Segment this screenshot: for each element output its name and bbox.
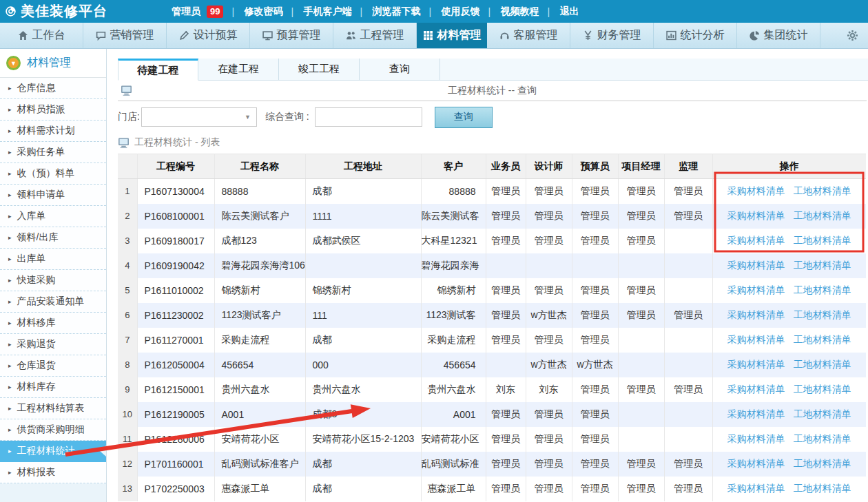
nav-item[interactable]: 财务管理 [570, 23, 654, 48]
topbar-item[interactable]: 管理员99 [161, 6, 234, 18]
topbar-item[interactable]: 浏览器下载 [362, 6, 431, 18]
actions-cell: 采购材料清单工地材料清单 [712, 377, 866, 402]
column-header: 项目经理 [618, 154, 664, 179]
site-material-list-link[interactable]: 工地材料清单 [794, 235, 851, 246]
sidebar-item-label: 出库单 [17, 253, 46, 265]
store-select[interactable]: ▼ [141, 107, 257, 127]
sidebar-header[interactable]: ▼ 材料管理 [0, 49, 106, 78]
nav-item[interactable]: 营销管理 [83, 23, 167, 48]
nav-item[interactable]: 工程管理 [333, 23, 417, 48]
logo-icon [6, 6, 16, 17]
purchase-material-list-link[interactable]: 采购材料清单 [727, 433, 785, 444]
sidebar-item[interactable]: ▸采购退货 [0, 334, 106, 355]
settings-button[interactable] [836, 23, 868, 48]
designer: 管理员 [526, 427, 572, 452]
sidebar-item[interactable]: ▸领料申请单 [0, 185, 106, 206]
sidebar-item[interactable]: ▸入库单 [0, 206, 106, 227]
sidebar-item[interactable]: ▸材料库存 [0, 377, 106, 398]
sidebar-item[interactable]: ▸仓库信息 [0, 78, 106, 99]
site-material-list-link[interactable]: 工地材料清单 [794, 384, 851, 395]
project-address: 成都 [305, 477, 421, 501]
purchase-material-list-link[interactable]: 采购材料清单 [727, 309, 785, 320]
sidebar-item[interactable]: ▸材料员指派 [0, 99, 106, 121]
nav-item[interactable]: 统计分析 [654, 23, 737, 48]
site-material-list-link[interactable]: 工地材料清单 [794, 260, 851, 271]
purchase-material-list-link[interactable]: 采购材料清单 [727, 260, 785, 271]
project-manager: 管理员 [618, 179, 664, 204]
sidebar-item[interactable]: ▸收（预）料单 [0, 163, 106, 185]
topbar-item[interactable]: 手机客户端 [293, 6, 362, 18]
nav-item[interactable]: 材料管理 [417, 23, 487, 48]
nav-item[interactable]: 预算管理 [250, 23, 333, 48]
purchase-material-list-link[interactable]: 采购材料清单 [727, 185, 785, 196]
site-material-list-link[interactable]: 工地材料清单 [794, 210, 851, 221]
budgeter: 管理员 [572, 204, 618, 229]
sidebar-item[interactable]: ▸材料移库 [0, 313, 106, 334]
sidebar-item[interactable]: ▸出库单 [0, 249, 106, 270]
tab[interactable]: 在建工程 [198, 59, 279, 80]
purchase-material-list-link[interactable]: 采购材料清单 [727, 408, 785, 419]
site-material-list-link[interactable]: 工地材料清单 [794, 458, 851, 469]
topbar-item[interactable]: 修改密码 [234, 6, 293, 18]
sidebar-item[interactable]: ▸工程材料结算表 [0, 398, 106, 419]
project-code: P1608100001 [137, 204, 214, 229]
topbar-item[interactable]: 退出 [549, 6, 589, 18]
sidebar-item[interactable]: ▸供货商采购明细 [0, 419, 106, 441]
site-material-list-link[interactable]: 工地材料清单 [794, 433, 851, 444]
purchase-material-list-link[interactable]: 采购材料清单 [727, 235, 785, 246]
sidebar-item[interactable]: ▸采购任务单 [0, 142, 106, 163]
project-code: P1702250003 [137, 477, 214, 501]
sidebar-item[interactable]: ▸产品安装通知单 [0, 291, 106, 313]
purchase-material-list-link[interactable]: 采购材料清单 [727, 458, 785, 469]
actions-cell: 采购材料清单工地材料清单 [712, 427, 866, 452]
yen-icon [583, 30, 593, 41]
purchase-material-list-link[interactable]: 采购材料清单 [727, 483, 785, 494]
sidebar-item[interactable]: ▸领料/出库 [0, 227, 106, 249]
headset-icon [499, 30, 510, 41]
supervisor [664, 253, 712, 278]
topbar-item[interactable]: 视频教程 [490, 6, 549, 18]
sidebar-item[interactable]: ▸材料报表 [0, 462, 106, 483]
row-index: 13 [118, 477, 137, 501]
nav-item[interactable]: 客服管理 [487, 23, 570, 48]
column-header: 业务员 [486, 154, 526, 179]
site-material-list-link[interactable]: 工地材料清单 [794, 483, 851, 494]
purchase-material-list-link[interactable]: 采购材料清单 [727, 359, 785, 370]
project-manager: 管理员 [618, 477, 664, 501]
nav-item[interactable]: 集团统计 [737, 23, 820, 48]
site-material-list-link[interactable]: 工地材料清单 [794, 309, 851, 320]
keyword-input[interactable] [315, 107, 422, 127]
sidebar-item[interactable]: ▸仓库退货 [0, 355, 106, 377]
purchase-material-list-link[interactable]: 采购材料清单 [727, 384, 785, 395]
purchase-material-list-link[interactable]: 采购材料清单 [727, 284, 785, 295]
site-material-list-link[interactable]: 工地材料清单 [794, 359, 851, 370]
site-material-list-link[interactable]: 工地材料清单 [794, 334, 851, 345]
table-row: 5P1611010002锦绣新村锦绣新村锦绣新村管理员管理员管理员管理员采购材料… [118, 278, 866, 303]
topbar-item[interactable]: 使用反馈 [431, 6, 490, 18]
purchase-material-list-link[interactable]: 采购材料清单 [727, 334, 785, 345]
site-material-list-link[interactable]: 工地材料清单 [794, 408, 851, 419]
sidebar-item[interactable]: ▸材料需求计划 [0, 121, 106, 142]
sidebar-item[interactable]: ▸工程材料统计 [0, 441, 106, 462]
search-button[interactable]: 查询 [435, 107, 493, 128]
budgeter [572, 253, 618, 278]
sidebar-item[interactable]: ▸快速采购 [0, 270, 106, 291]
project-manager [618, 427, 664, 452]
purchase-material-list-link[interactable]: 采购材料清单 [727, 210, 785, 221]
table-row: 13P1702250003惠森派工单成都惠森派工单管理员管理员管理员管理员管理员… [118, 477, 866, 501]
triangle-bullet-icon: ▸ [8, 448, 12, 454]
budgeter: w方世杰 [572, 353, 618, 377]
nav-item-label: 设计预算 [194, 28, 238, 43]
tab[interactable]: 待建工程 [118, 59, 198, 81]
tab[interactable]: 查询 [360, 59, 440, 80]
keyword-label: 综合查询 : [265, 111, 309, 123]
nav-item[interactable]: 工作台 [0, 23, 83, 48]
nav-item[interactable]: 设计预算 [167, 23, 250, 48]
tab[interactable]: 竣工工程 [279, 59, 360, 80]
brand: 美佳装修平台 [0, 2, 107, 21]
supervisor [664, 402, 712, 427]
table-row: 12P1701160001乱码测试标准客户成都乱码测试标准管理员管理员管理员管理… [118, 452, 866, 477]
site-material-list-link[interactable]: 工地材料清单 [794, 185, 851, 196]
table-row: 1P160713000488888成都88888管理员管理员管理员管理员管理员采… [118, 179, 866, 204]
site-material-list-link[interactable]: 工地材料清单 [794, 284, 851, 295]
